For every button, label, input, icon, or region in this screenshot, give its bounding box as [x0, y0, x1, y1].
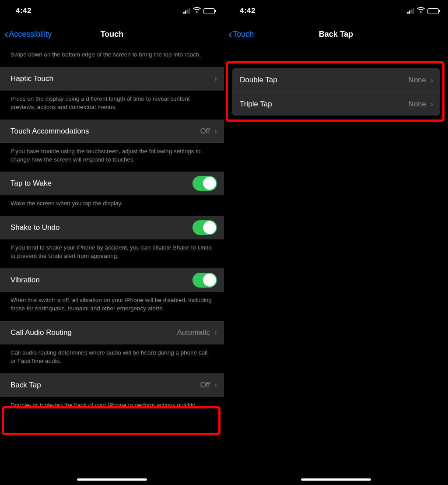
chevron-right-icon: ›	[430, 99, 433, 109]
cell-label: Double Tap	[240, 76, 408, 84]
status-bar: 4:42	[224, 0, 448, 22]
back-label: Accessibility	[9, 30, 52, 39]
nav-bar: ‹ Accessibility Touch	[0, 22, 224, 46]
haptic-touch-row[interactable]: Haptic Touch ›	[0, 67, 224, 91]
back-button[interactable]: ‹ Touch	[228, 28, 254, 40]
cell-label: Touch Accommodations	[10, 127, 200, 136]
time-text: 4:42	[240, 7, 256, 15]
double-tap-row[interactable]: Double Tap None›	[232, 68, 440, 92]
back-tap-row[interactable]: Back Tap Off›	[0, 373, 224, 397]
chevron-right-icon: ›	[214, 380, 217, 390]
chevron-right-icon: ›	[430, 76, 433, 85]
cellular-icon	[183, 8, 191, 14]
back-label: Touch	[233, 30, 254, 39]
cell-value: Off	[200, 127, 210, 136]
toggle-on-icon[interactable]	[192, 273, 217, 288]
shake-footer: If you tend to shake your iPhone by acci…	[0, 239, 224, 268]
battery-icon	[427, 8, 440, 14]
chevron-right-icon: ›	[214, 127, 217, 136]
home-indicator[interactable]	[77, 478, 147, 481]
cell-value: Automatic	[177, 328, 210, 337]
time-text: 4:42	[16, 7, 32, 15]
left-screenshot: 4:42 ‹ Accessibility Touch Swipe down on…	[0, 0, 224, 485]
cell-label: Tap to Wake	[10, 179, 192, 188]
reachability-footer: Swipe down on the bottom edge of the scr…	[0, 46, 224, 67]
cell-label: Shake to Undo	[10, 223, 192, 232]
touch-accommodations-row[interactable]: Touch Accommodations Off›	[0, 119, 224, 143]
back-tap-footer: Double- or triple-tap the back of your i…	[0, 397, 224, 418]
wifi-icon	[417, 7, 425, 15]
chevron-left-icon: ‹	[4, 28, 8, 40]
tap-wake-footer: Wake the screen when you tap the display…	[0, 195, 224, 216]
accom-footer: If you have trouble using the touchscree…	[0, 143, 224, 172]
call-audio-routing-row[interactable]: Call Audio Routing Automatic›	[0, 321, 224, 344]
cell-label: Triple Tap	[240, 100, 408, 109]
page-title: Back Tap	[224, 30, 448, 39]
triple-tap-row[interactable]: Triple Tap None›	[232, 92, 440, 116]
cell-label: Call Audio Routing	[10, 328, 177, 337]
chevron-right-icon: ›	[214, 74, 217, 83]
cell-label: Back Tap	[10, 381, 200, 390]
status-indicators	[183, 7, 217, 15]
toggle-on-icon[interactable]	[192, 220, 217, 235]
haptic-footer: Press on the display using a different l…	[0, 91, 224, 119]
battery-icon	[203, 8, 216, 14]
right-screenshot: 4:42 ‹ Touch Back Tap Double Tap None› T…	[224, 0, 448, 485]
vibration-footer: When this switch is off, all vibration o…	[0, 292, 224, 321]
nav-bar: ‹ Touch Back Tap	[224, 22, 448, 46]
cellular-icon	[407, 8, 415, 14]
vibration-row[interactable]: Vibration	[0, 268, 224, 292]
cell-value: Off	[200, 381, 210, 390]
back-button[interactable]: ‹ Accessibility	[4, 28, 52, 40]
cell-label: Haptic Touch	[10, 74, 214, 83]
chevron-left-icon: ‹	[228, 28, 232, 40]
shake-to-undo-row[interactable]: Shake to Undo	[0, 216, 224, 239]
home-indicator[interactable]	[301, 478, 371, 481]
cell-value: None	[408, 100, 426, 109]
tap-to-wake-row[interactable]: Tap to Wake	[0, 172, 224, 195]
toggle-on-icon[interactable]	[192, 176, 217, 191]
cell-value: None	[408, 76, 426, 84]
status-bar: 4:42	[0, 0, 224, 22]
status-indicators	[407, 7, 441, 15]
wifi-icon	[193, 7, 201, 15]
chevron-right-icon: ›	[214, 328, 217, 337]
call-routing-footer: Call audio routing determines where audi…	[0, 344, 224, 373]
cell-label: Vibration	[10, 276, 192, 285]
